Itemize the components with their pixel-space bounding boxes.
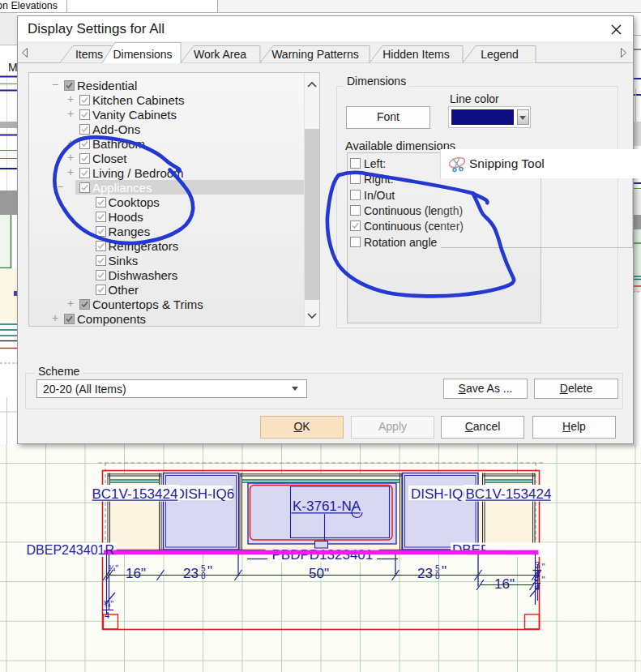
svg-text:¾": ¾": [103, 599, 113, 609]
svg-text:DISH-IQ6: DISH-IQ6: [411, 486, 471, 502]
svg-text:PBDPD1323401: PBDPD1323401: [272, 547, 374, 563]
svg-text:Work Area: Work Area: [194, 48, 246, 61]
svg-text:K-3761-NA: K-3761-NA: [293, 499, 361, 514]
svg-text:16": 16": [494, 576, 515, 592]
svg-text:BC1V-153424: BC1V-153424: [466, 486, 552, 502]
svg-text:¾": ¾": [108, 563, 118, 573]
svg-text:23: 23: [183, 566, 199, 581]
svg-text:BC1V-153424: BC1V-153424: [92, 486, 178, 502]
svg-text:23: 23: [417, 566, 433, 581]
svg-text:8: 8: [201, 571, 206, 580]
svg-text:on Elevations: on Elevations: [0, 0, 58, 11]
svg-text:8: 8: [435, 571, 440, 580]
svg-text:Legend: Legend: [481, 48, 519, 61]
svg-text:Warning Patterns: Warning Patterns: [271, 48, 359, 61]
svg-text:": ": [542, 575, 545, 584]
svg-text:Dimensions: Dimensions: [113, 48, 172, 61]
svg-text:M: M: [8, 61, 18, 74]
svg-text:": ": [542, 562, 545, 571]
svg-text:Hidden Items: Hidden Items: [382, 48, 449, 61]
svg-text:": ": [207, 563, 212, 579]
svg-text:DISH-IQ6: DISH-IQ6: [175, 486, 235, 502]
svg-text:": ": [442, 563, 447, 579]
svg-text:16": 16": [126, 566, 146, 581]
svg-text:Items: Items: [75, 48, 103, 61]
svg-text:DBEP243401R: DBEP243401R: [27, 543, 115, 557]
svg-text:50": 50": [309, 566, 329, 581]
svg-text:4: 4: [105, 610, 109, 620]
